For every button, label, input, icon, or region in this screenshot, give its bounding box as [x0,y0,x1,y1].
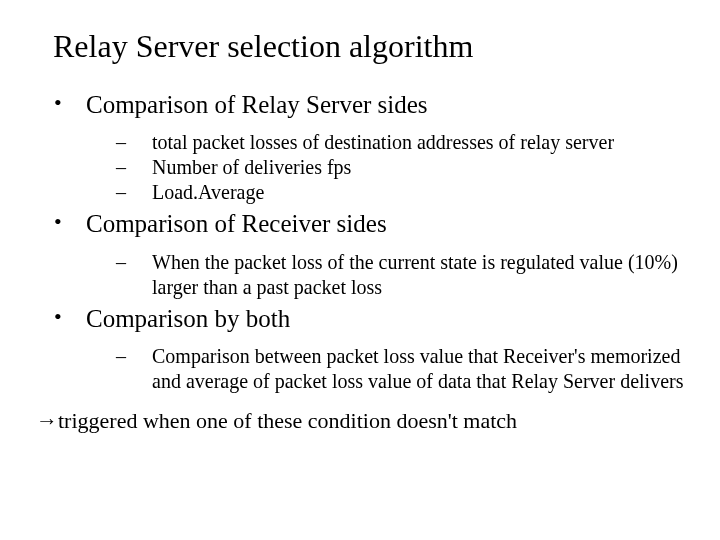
bullet-section-1: • Comparison of Relay Server sides [36,89,692,120]
sub-item-text: Number of deliveries fps [152,155,359,180]
section-heading: Comparison by both [86,303,290,334]
bullet-icon: • [36,303,86,334]
bullet-section-2: • Comparison of Receiver sides [36,208,692,239]
sub-bullet: – Load.Average [116,180,692,205]
sub-bullet: – Comparison between packet loss value t… [116,344,692,394]
dash-icon: – [116,155,152,180]
sub-item-text: total packet losses of destination addre… [152,130,622,155]
dash-icon: – [116,250,152,300]
bullet-icon: • [36,89,86,120]
dash-icon: – [116,130,152,155]
sub-bullet: – total packet losses of destination add… [116,130,692,155]
footer-text: →triggered when one of these condition d… [36,408,692,434]
section-heading: Comparison of Relay Server sides [86,89,428,120]
sub-item-text: Load.Average [152,180,272,205]
section-heading: Comparison of Receiver sides [86,208,387,239]
bullet-icon: • [36,208,86,239]
sub-bullet: – Number of deliveries fps [116,155,692,180]
sub-item-text: When the packet loss of the current stat… [152,250,692,300]
sub-bullet: – When the packet loss of the current st… [116,250,692,300]
bullet-section-3: • Comparison by both [36,303,692,334]
dash-icon: – [116,180,152,205]
sub-item-text: Comparison between packet loss value tha… [152,344,692,394]
slide-title: Relay Server selection algorithm [53,28,692,65]
dash-icon: – [116,344,152,394]
